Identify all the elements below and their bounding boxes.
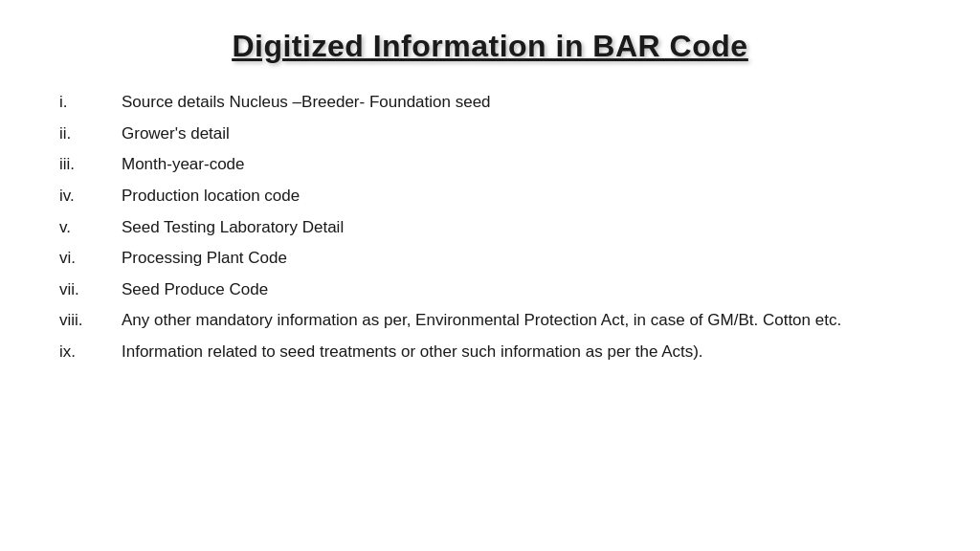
list-item-text-1: Source details Nucleus –Breeder- Foundat… [122, 91, 491, 115]
list-item-text-9: Information related to seed treatments o… [122, 341, 703, 364]
list-item-text-7: Seed Produce Code [122, 278, 268, 302]
list-item: iii.Month-year-code [59, 153, 921, 177]
content-list: i.Source details Nucleus –Breeder- Found… [59, 91, 921, 372]
list-item-number-5: v. [59, 216, 122, 240]
list-item: i.Source details Nucleus –Breeder- Found… [59, 91, 921, 115]
list-item-text-6: Processing Plant Code [122, 247, 287, 271]
list-item-number-7: vii. [59, 278, 122, 302]
list-item-number-4: iv. [59, 185, 122, 209]
list-item: v.Seed Testing Laboratory Detail [59, 216, 921, 240]
list-item-number-8: viii. [59, 309, 122, 333]
list-item-number-3: iii. [59, 153, 122, 177]
list-item-number-6: vi. [59, 247, 122, 271]
list-item-number-2: ii. [59, 122, 122, 146]
page-title: Digitized Information in BAR Code [232, 29, 747, 64]
list-item: ix.Information related to seed treatment… [59, 341, 921, 364]
list-item: iv.Production location code [59, 185, 921, 209]
list-item: ii.Grower's detail [59, 122, 921, 146]
list-item-number-1: i. [59, 91, 122, 115]
list-item-text-4: Production location code [122, 185, 300, 209]
list-item-text-2: Grower's detail [122, 122, 230, 146]
list-item-number-9: ix. [59, 341, 122, 364]
ordered-list: i.Source details Nucleus –Breeder- Found… [59, 91, 921, 364]
list-item: vi.Processing Plant Code [59, 247, 921, 271]
list-item-text-8: Any other mandatory information as per, … [122, 309, 841, 333]
list-item: viii.Any other mandatory information as … [59, 309, 921, 333]
list-item: vii.Seed Produce Code [59, 278, 921, 302]
list-item-text-5: Seed Testing Laboratory Detail [122, 216, 344, 240]
list-item-text-3: Month-year-code [122, 153, 245, 177]
